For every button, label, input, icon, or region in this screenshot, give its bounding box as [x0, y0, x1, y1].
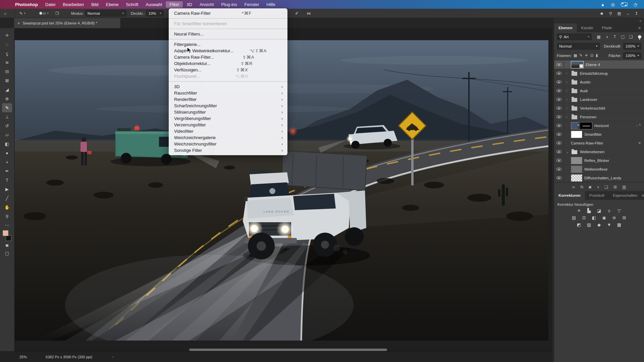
menubar-item[interactable]: Fenster	[241, 1, 263, 8]
layer-thumbnail[interactable]	[571, 131, 582, 138]
new-layer-icon[interactable]: ⊞	[613, 185, 617, 189]
menubar-item[interactable]: Photoshop	[11, 1, 42, 8]
layer-row[interactable]: › Personen	[554, 113, 644, 121]
clock-icon[interactable]: ◷	[634, 2, 637, 7]
vibrance-icon[interactable]: ▽	[616, 208, 622, 213]
lock-move-icon[interactable]: ✛	[585, 53, 588, 58]
workspace-chevron-icon[interactable]: ⌄	[626, 11, 630, 16]
layer-name[interactable]: Smartfilter	[584, 132, 602, 136]
menubar-item[interactable]: Bild	[88, 1, 102, 8]
panel-menu-icon[interactable]: ≡	[638, 23, 644, 32]
exposure-icon[interactable]: ±	[606, 208, 612, 213]
expand-chevron-icon[interactable]: ›	[566, 98, 569, 101]
background-color-swatch[interactable]	[6, 235, 11, 241]
menu-item[interactable]: Weichzeichnungsfilter ›	[169, 141, 287, 147]
layer-thumbnail[interactable]	[572, 115, 577, 119]
filter-pin-toggle[interactable]	[638, 35, 641, 39]
lock-paint-icon[interactable]: ✎	[580, 53, 583, 58]
menu-item[interactable]: 3D ›	[169, 83, 287, 90]
share-icon[interactable]: ↥	[635, 11, 638, 16]
menu-item[interactable]: Camera Raw-Filter... ⇧⌘A	[169, 54, 287, 60]
menu-item[interactable]: Sonstige Filter ›	[169, 147, 287, 154]
menu-item[interactable]: Stilisierungsfilter ›	[169, 109, 287, 115]
quick-mask-icon[interactable]: ◙	[2, 241, 12, 249]
filter-shape-layers-icon[interactable]: ▢	[619, 35, 627, 39]
menu-item[interactable]: Videofilter ›	[169, 128, 287, 134]
menubar-item[interactable]: Bearbeiten	[59, 1, 88, 8]
lock-artboard-icon[interactable]: ⊡	[590, 53, 593, 58]
panel-menu-icon[interactable]: ≡	[642, 191, 644, 200]
expand-chevron-icon[interactable]: ›	[566, 115, 569, 119]
menubar-item[interactable]: Schrift	[122, 1, 142, 8]
chevron-down-icon[interactable]: ▾	[24, 12, 25, 15]
smoothing-icon[interactable]: ✐	[295, 11, 299, 16]
layer-row[interactable]: ⌄ Wellenebenen	[554, 147, 644, 156]
menu-item[interactable]: Fluchtpunkt... ⌥⌘V	[169, 73, 287, 79]
layer-name[interactable]: Personen	[580, 115, 596, 119]
zoom-level[interactable]: 25%	[19, 355, 27, 359]
layer-opacity-select[interactable]: 100%▾	[623, 43, 641, 50]
panel-tab[interactable]: Eigenschaften	[609, 191, 642, 200]
menu-item[interactable]: Camera Raw-Filter ^⌘F	[169, 10, 287, 16]
layer-name[interactable]: Landrover	[580, 98, 597, 102]
lock-all-icon[interactable]: ▮	[596, 53, 598, 58]
eye-icon[interactable]	[556, 63, 561, 66]
menubar-item[interactable]: Plug-ins	[218, 1, 241, 8]
eye-icon[interactable]	[556, 159, 561, 162]
menu-item[interactable]: Vergröberungsfilter ›	[169, 115, 287, 122]
gradient-map-icon[interactable]: ▼	[606, 222, 612, 227]
eye-icon[interactable]	[556, 141, 561, 144]
close-tab-icon[interactable]: ×	[17, 21, 20, 26]
chevron-down-icon[interactable]: ▾	[47, 12, 48, 15]
layer-row[interactable]: › Einsatzfahrzeug	[554, 69, 644, 78]
panel-tab[interactable]: Korrekturen	[554, 191, 585, 200]
menu-item[interactable]: Für Smartfilter konvertieren	[169, 20, 287, 27]
menu-item[interactable]: Verzerrungsfilter ›	[169, 122, 287, 128]
expand-chevron-icon[interactable]: ›	[566, 89, 569, 93]
filter-pixel-layers-icon[interactable]: ▦	[595, 35, 602, 39]
selective-color-icon[interactable]: ▦	[616, 222, 622, 227]
layer-name[interactable]: Verkehrsschild	[580, 106, 605, 110]
menu-item[interactable]: Rauschfilter ›	[169, 90, 287, 96]
horizontal-scrollbar[interactable]	[189, 349, 387, 351]
eye-icon[interactable]	[556, 98, 561, 101]
layer-name[interactable]: Ebene 4	[586, 63, 600, 67]
opacity-select[interactable]: 10%▾	[146, 10, 164, 16]
hue-saturation-icon[interactable]: ▤	[571, 215, 577, 220]
levels-icon[interactable]: ▙	[586, 208, 592, 213]
posterize-icon[interactable]: ▨	[586, 222, 592, 227]
menu-item[interactable]	[169, 28, 287, 29]
menu-item[interactable]	[169, 18, 287, 19]
eye-icon[interactable]	[556, 176, 561, 179]
layer-row[interactable]: Wellenreflexe	[554, 165, 644, 174]
color-balance-icon[interactable]: ⚖	[581, 215, 587, 220]
layer-fill-select[interactable]: 100%▾	[623, 52, 641, 59]
filter-adjustment-layers-icon[interactable]: ◑	[603, 35, 610, 39]
layer-thumbnail[interactable]	[572, 150, 577, 154]
filter-type-layers-icon[interactable]: T	[611, 35, 619, 39]
layer-thumbnail[interactable]	[571, 122, 592, 129]
creative-cloud-icon[interactable]: ◎	[611, 2, 614, 7]
layer-thumbnail[interactable]	[572, 80, 577, 84]
layer-row[interactable]: › Austin	[554, 78, 644, 86]
menu-item[interactable]: Objektivkorrektur... ⇧⌘R	[169, 60, 287, 67]
menu-item[interactable]: Renderfilter ›	[169, 96, 287, 103]
eye-icon[interactable]	[556, 150, 561, 153]
brush-settings-toggle-icon[interactable]: ❒	[55, 11, 59, 16]
layer-thumbnail[interactable]	[571, 166, 582, 173]
layer-name[interactable]: Wellenreflexe	[584, 167, 607, 171]
layer-name[interactable]: Einsatzfahrzeug	[580, 71, 607, 75]
layer-name[interactable]: Audi	[580, 89, 588, 93]
delete-layer-icon[interactable]: ▥	[622, 185, 626, 189]
expand-chevron-icon[interactable]: ›	[566, 80, 569, 84]
layer-thumbnail[interactable]	[572, 72, 577, 76]
layer-right-icons[interactable]: ≡	[639, 141, 644, 145]
workspace-icon[interactable]: ▤	[618, 11, 621, 16]
layer-name[interactable]: Diffusschatten_Landy	[584, 176, 621, 180]
panel-tab[interactable]: Protokoll	[585, 191, 609, 200]
layer-name[interactable]: Camera Raw-Filter	[571, 141, 603, 145]
menubar-item[interactable]: 3D	[183, 1, 196, 8]
menu-item[interactable]: Neural Filters...	[169, 31, 287, 37]
layer-mask-icon[interactable]: ◙	[589, 185, 591, 189]
filter-smart-objects-icon[interactable]: ❏	[627, 35, 635, 39]
